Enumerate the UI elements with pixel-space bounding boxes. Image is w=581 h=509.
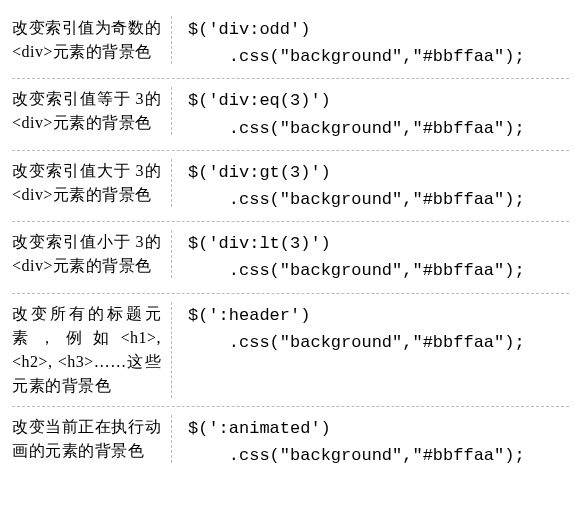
table-row: 改变索引值大于 3的<div>元素的背景色 $('div:gt(3)') .cs…: [12, 151, 569, 222]
example-code: $(':header') .css("background","#bbffaa"…: [172, 302, 569, 356]
code-example-table: 改变索引值为奇数的<div>元素的背景色 $('div:odd') .css("…: [12, 8, 569, 477]
table-row: 改变当前正在执行动画的元素的背景色 $(':animated') .css("b…: [12, 407, 569, 477]
example-description: 改变当前正在执行动画的元素的背景色: [12, 415, 172, 463]
example-description: 改变索引值为奇数的<div>元素的背景色: [12, 16, 172, 64]
table-row: 改变所有的标题元素，例如<h1>, <h2>, <h3>……这些元素的背景色 $…: [12, 294, 569, 407]
example-code: $(':animated') .css("background","#bbffa…: [172, 415, 569, 469]
table-row: 改变索引值等于 3的<div>元素的背景色 $('div:eq(3)') .cs…: [12, 79, 569, 150]
example-description: 改变所有的标题元素，例如<h1>, <h2>, <h3>……这些元素的背景色: [12, 302, 172, 398]
table-row: 改变索引值为奇数的<div>元素的背景色 $('div:odd') .css("…: [12, 8, 569, 79]
example-code: $('div:lt(3)') .css("background","#bbffa…: [172, 230, 569, 284]
example-code: $('div:gt(3)') .css("background","#bbffa…: [172, 159, 569, 213]
example-description: 改变索引值等于 3的<div>元素的背景色: [12, 87, 172, 135]
table-row: 改变索引值小于 3的<div>元素的背景色 $('div:lt(3)') .cs…: [12, 222, 569, 293]
example-code: $('div:eq(3)') .css("background","#bbffa…: [172, 87, 569, 141]
example-description: 改变索引值大于 3的<div>元素的背景色: [12, 159, 172, 207]
example-code: $('div:odd') .css("background","#bbffaa"…: [172, 16, 569, 70]
example-description: 改变索引值小于 3的<div>元素的背景色: [12, 230, 172, 278]
